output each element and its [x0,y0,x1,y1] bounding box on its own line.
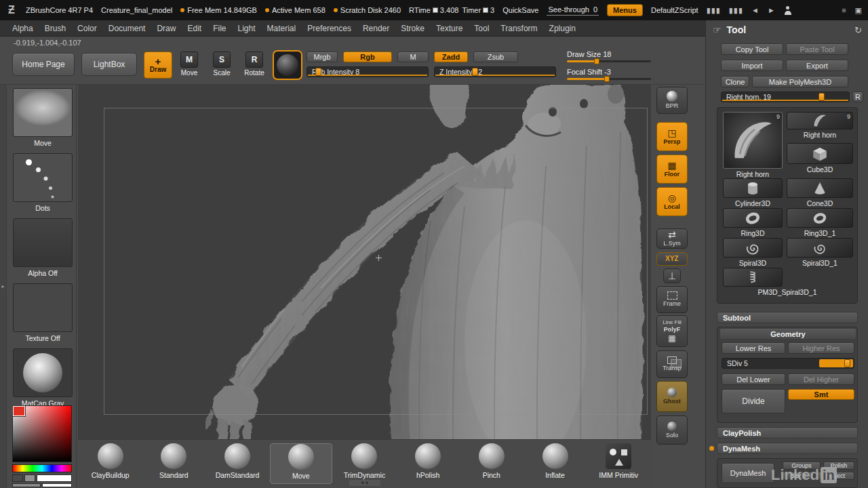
subtool-section-header[interactable]: Subtool [717,312,858,323]
menu-edit[interactable]: Edit [187,24,201,33]
copy-tool-button[interactable]: Copy Tool [721,43,783,55]
move-mode-button[interactable]: M Move [175,52,203,77]
menu-preferences[interactable]: Preferences [307,24,351,33]
dynamesh-section-header[interactable]: DynaMesh [717,443,858,454]
window-menu-icon[interactable]: ≡ [842,6,846,14]
rgb-button[interactable]: Rgb [343,52,392,62]
dynamesh-button[interactable]: DynaMesh [722,463,774,483]
menu-material[interactable]: Material [267,24,296,33]
tool-item-thumbnail[interactable]: 9 [787,112,853,129]
tool-item-thumbnail[interactable] [787,238,853,258]
menu-tool[interactable]: Tool [474,24,489,33]
zadd-button[interactable]: Zadd [434,52,468,62]
draw-size-track[interactable] [567,60,651,62]
solo-button[interactable]: Solo [656,415,688,445]
brush-item[interactable]: TrimDynamic [333,443,395,484]
panel-edge-scrollbar[interactable]: ▸ [0,85,7,488]
slider-knob[interactable] [818,93,825,101]
bpr-button[interactable]: BPR [656,87,688,114]
restore-configuration-icon[interactable]: ↻ [854,25,862,35]
tool-item-thumbnail[interactable] [723,268,783,287]
frame-button[interactable]: Frame [656,286,688,313]
color-picker-hue-bar[interactable] [12,464,72,472]
mrgb-button[interactable]: Mrgb [307,52,338,62]
divide-button[interactable]: Divide [722,389,785,413]
z-intensity-slider[interactable]: Z Intensity 32 [434,66,556,77]
brush-item[interactable]: IMM Primitiv [587,443,650,484]
del-higher-button[interactable]: Del Higher [788,373,854,385]
sdiv-slider[interactable]: SDiv 5 [722,358,854,369]
color-picker-sv-box[interactable] [12,405,72,462]
slider-knob[interactable] [844,359,850,367]
transp-button[interactable]: Transp [656,350,688,378]
menu-render[interactable]: Render [363,24,389,33]
lsym-button[interactable]: ⇄ L.Sym [656,228,688,249]
brush-item[interactable]: Standard [142,443,205,484]
tray-scrollbar[interactable]: ▾ ▾ [349,480,380,486]
menu-stroke[interactable]: Stroke [401,24,425,33]
current-material-selector[interactable]: MatCap Gray [12,348,73,407]
brush-item[interactable]: DamStandard [206,443,269,484]
lower-res-button[interactable]: Lower Res [722,342,785,354]
axis-button[interactable]: ⊥ [663,268,681,283]
switch-color-white[interactable] [42,483,72,487]
default-zscript-button[interactable]: DefaultZScript [651,6,698,14]
color-swatch-gray[interactable] [24,474,35,482]
doc-prev-icon[interactable]: ◄ [751,6,760,14]
quicksave-button[interactable]: QuickSave [502,6,538,14]
active-tool-slider[interactable]: Right horn. 19 [721,92,850,102]
xyz-button[interactable]: XYZ [656,252,688,266]
document-canvas[interactable] [78,85,651,488]
paste-tool-button[interactable]: Paste Tool [786,43,848,55]
panel-bars-icon[interactable]: ▮▮▮ [729,6,743,15]
claypolish-section-header[interactable]: ClayPolish [717,427,858,439]
user-icon[interactable] [784,6,792,15]
make-polymesh3d-button[interactable]: Make PolyMesh3D [752,76,848,87]
export-button[interactable]: Export [786,60,848,71]
menu-texture[interactable]: Texture [436,24,462,33]
brush-item-selected[interactable]: Move [270,443,332,484]
focal-shift-slider[interactable]: Focal Shift -3 [567,68,651,80]
menu-light[interactable]: Light [238,24,256,33]
switch-color-gray[interactable] [12,483,41,487]
rgb-intensity-slider[interactable]: Rgb Intensity 8 [307,66,429,77]
geometry-section-header[interactable]: Geometry [720,329,856,339]
color-swatch-dark[interactable] [12,474,23,482]
menu-file[interactable]: File [213,24,226,33]
floor-button[interactable]: ▦ Floor [656,155,688,184]
color-swatch-white[interactable] [37,474,72,482]
brush-item[interactable]: Inflate [524,443,587,484]
brush-item[interactable]: ClayBuildup [79,443,142,484]
tool-item-thumbnail[interactable] [723,208,783,228]
home-page-button[interactable]: Home Page [12,53,75,76]
see-through-slider[interactable]: See-through 0 [547,5,599,16]
window-frame-icon[interactable]: ▣ [855,6,863,15]
tool-item-thumbnail[interactable] [787,208,853,228]
lightbox-button[interactable]: LightBox [81,53,137,76]
menu-brush[interactable]: Brush [45,24,66,33]
menu-draw[interactable]: Draw [157,24,176,33]
brush-item[interactable]: hPolish [397,443,459,484]
menu-document[interactable]: Document [108,24,146,33]
menu-alpha[interactable]: Alpha [12,24,33,33]
slider-knob[interactable] [472,68,478,76]
focal-shift-track[interactable] [567,78,651,80]
higher-res-button[interactable]: Higher Res [788,342,854,354]
import-button[interactable]: Import [721,60,783,71]
brush-item[interactable]: Pinch [460,443,523,484]
current-material-thumbnail[interactable] [273,50,302,80]
smt-button[interactable]: Smt [788,389,854,400]
local-button[interactable]: ◎ Local [656,187,688,216]
menu-zplugin[interactable]: Zplugin [549,24,576,33]
clone-button[interactable]: Clone [721,76,749,87]
zbrush-logo-icon[interactable]: Ƶ [5,4,18,16]
current-texture-selector[interactable]: Texture Off [12,283,73,342]
r-button[interactable]: R [852,92,863,102]
draw-mode-button[interactable]: + Draw [144,52,172,79]
persp-button[interactable]: ◳ Persp [656,122,688,151]
current-color-swatch[interactable] [13,406,25,416]
menu-color[interactable]: Color [77,24,97,33]
tool-item-thumbnail[interactable] [787,178,853,198]
tool-item-thumbnail[interactable] [723,178,783,198]
menus-button[interactable]: Menus [607,4,643,16]
